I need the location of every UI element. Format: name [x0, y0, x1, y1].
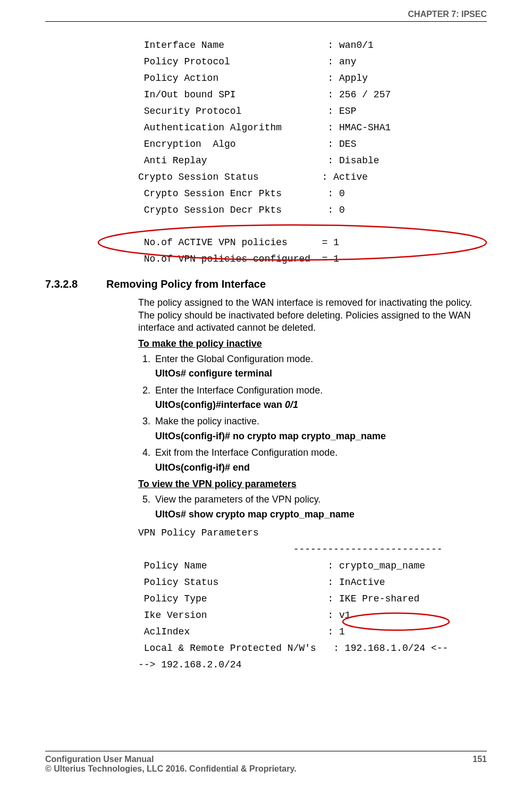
intro-paragraph: The policy assigned to the WAN interface…	[138, 297, 487, 334]
step-4: Exit from the Interface Configuration mo…	[153, 447, 487, 474]
footer-row: Configuration User Manual 151	[45, 755, 487, 764]
step-5: View the parameters of the VPN policy. U…	[153, 493, 487, 521]
step-1-text: Enter the Global Configuration mode.	[155, 354, 313, 364]
command-5: UltOs# show crypto map crypto_map_name	[155, 508, 487, 521]
footer: Configuration User Manual 151 © Ulterius…	[45, 751, 487, 774]
page: CHAPTER 7: IPSEC Interface Name : wan0/1…	[0, 0, 532, 795]
command-4: UltOs(config-if)# end	[155, 462, 487, 474]
steps-list-2: View the parameters of the VPN policy. U…	[138, 493, 487, 521]
command-2-arg: 0/1	[285, 399, 298, 410]
footer-copyright: © Ulterius Technologies, LLC 2016. Confi…	[45, 764, 487, 774]
chapter-header: CHAPTER 7: IPSEC	[408, 10, 487, 19]
command-3: UltOs(config-if)# no crypto map crypto_m…	[155, 430, 487, 442]
step-2: Enter the Interface Configuration mode. …	[153, 384, 487, 412]
section-title: Removing Policy from Interface	[106, 278, 266, 290]
section-number: 7.3.2.8	[45, 278, 78, 290]
ipsec-status-block: Interface Name : wan0/1 Policy Protocol …	[138, 37, 487, 267]
command-2: UltOs(config)#interface wan 0/1	[155, 399, 487, 411]
footer-title: Configuration User Manual	[45, 755, 154, 764]
step-2-text: Enter the Interface Configuration mode.	[155, 385, 323, 396]
content-area: Interface Name : wan0/1 Policy Protocol …	[45, 37, 487, 673]
body-text: The policy assigned to the WAN interface…	[138, 297, 487, 673]
header-rule	[45, 21, 487, 22]
step-4-text: Exit from the Interface Configuration mo…	[155, 447, 337, 458]
footer-rule	[45, 751, 487, 751]
step-3-text: Make the policy inactive.	[155, 416, 259, 426]
subheading-view: To view the VPN policy parameters	[138, 478, 487, 490]
step-5-text: View the parameters of the VPN policy.	[155, 494, 320, 505]
subheading-inactive: To make the policy inactive	[138, 338, 487, 350]
page-number: 151	[472, 755, 487, 764]
section-heading-row: 7.3.2.8 Removing Policy from Interface	[45, 278, 487, 290]
vpn-policy-params-block: VPN Policy Parameters ------------------…	[138, 525, 487, 673]
command-1: UltOs# configure terminal	[155, 367, 487, 380]
command-2-prefix: UltOs(config)#interface wan	[155, 399, 285, 410]
step-1: Enter the Global Configuration mode. Ult…	[153, 353, 487, 380]
step-3: Make the policy inactive. UltOs(config-i…	[153, 415, 487, 442]
steps-list-1: Enter the Global Configuration mode. Ult…	[138, 353, 487, 474]
